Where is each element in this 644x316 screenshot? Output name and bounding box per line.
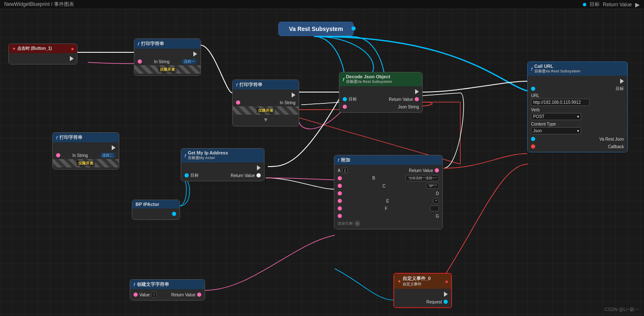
node-callurl[interactable]: f Call URL 目标是Va Rest Subsystem 目标 URL V…: [527, 62, 628, 152]
print3-instring-label: In String: [72, 153, 88, 158]
print2-instring-label: In String: [280, 100, 295, 105]
print2-f-icon: f: [236, 82, 238, 87]
decode-target-pin: [343, 97, 347, 101]
node-print1[interactable]: f 打印字符串 In String 流程一 仅限开发: [134, 39, 201, 76]
node-getip[interactable]: f Get My Ip Address 目标是My Actor 目标 Retur…: [181, 148, 264, 181]
callurl-exec-out: [620, 79, 624, 84]
append-g-label: G: [436, 214, 439, 218]
callurl-title: Call URL: [534, 64, 580, 69]
append-e-pin: [338, 199, 342, 203]
append-title: 附加: [341, 157, 350, 163]
return-value-label: Return Value: [603, 2, 632, 8]
append-c-label: C: [382, 184, 385, 188]
node-createtext[interactable]: f 创建文字字符串 Value ! Return Value: [130, 279, 205, 301]
callurl-url-input[interactable]: [531, 99, 590, 106]
decode-return-pin: [415, 97, 419, 101]
append-d-pin: [338, 191, 342, 195]
add-pin-row[interactable]: 添加引脚 +: [334, 220, 442, 227]
callurl-contenttype-chevron: ▾: [577, 128, 579, 133]
decode-jsonstring-label: Json String: [398, 105, 419, 109]
getip-subtitle: 目标是My Actor: [188, 155, 228, 161]
callurl-subtitle: 目标是Va Rest Subsystem: [534, 69, 580, 74]
print3-instring-pin: [56, 153, 60, 157]
print1-warning-stripe: 仅限开发: [134, 65, 200, 74]
customevent-icon: ✦: [398, 279, 401, 284]
breadcrumb: NewWidgetBlueprint / 事件图表: [4, 1, 74, 8]
append-return-pin: [435, 168, 439, 172]
callurl-contenttype-value: Json: [533, 128, 542, 133]
createtext-value-pin: [133, 293, 138, 297]
add-pin-label: 添加引脚: [338, 221, 353, 226]
print3-f-icon: f: [56, 135, 58, 140]
callurl-contenttype-label: Content Type: [531, 122, 624, 126]
target-dot-icon: [583, 3, 586, 6]
print1-title: 打印字符串: [141, 41, 164, 47]
print1-tag: 流程一: [182, 59, 197, 64]
callurl-verb-value: POST: [533, 114, 544, 119]
blueprint-canvas: Va Rest Subsystem ✦ 点击时 (Button_1) ■ f 打…: [0, 9, 644, 316]
callurl-verb-chevron: ▾: [577, 114, 579, 119]
decode-subtitle: 目标是Va Rest Subsystem: [346, 79, 392, 85]
callurl-verb-label: Verb: [531, 108, 624, 112]
callurl-url-section: URL: [528, 92, 627, 107]
decode-f-icon: f: [343, 77, 344, 82]
decode-target-label: 目标: [349, 96, 357, 102]
print1-f-icon: f: [138, 41, 139, 46]
createtext-return-label: Return Value: [171, 293, 195, 297]
click-icon: ✦: [12, 46, 15, 51]
callurl-verb-section: Verb POST ▾: [528, 107, 627, 121]
callurl-varestjson-label: Va Rest Json: [599, 137, 624, 141]
append-b-pin: [338, 176, 342, 180]
createtext-title: 创建文字字符串: [137, 281, 169, 288]
getip-title: Get My Ip Address: [188, 150, 228, 155]
decode-jsonstring-pin: [343, 105, 347, 109]
append-b-value: "当前流程":"流程一": [405, 175, 439, 181]
createtext-f-icon: f: [133, 282, 135, 287]
varest-title: Va Rest Subsystem: [282, 26, 350, 32]
node-print2[interactable]: f 打印字符串 In String 仅限开发 ▾: [232, 80, 299, 126]
print1-instring-label: In String: [154, 59, 169, 64]
createtext-return-pin: [197, 293, 201, 297]
print2-expand-icon: ▾: [233, 115, 299, 124]
customevent-request-label: Request: [426, 300, 442, 304]
getip-target-label: 目标: [190, 172, 199, 178]
bpipactor-title: BP IPActor: [136, 202, 159, 207]
append-return-label: Return Value: [409, 168, 433, 173]
bpipactor-out-pin: [172, 212, 176, 216]
node-decode[interactable]: f Decode Json Object 目标是Va Rest Subsyste…: [339, 72, 423, 113]
callurl-callback-label: Callback: [608, 144, 624, 149]
node-click[interactable]: ✦ 点击时 (Button_1) ■: [8, 44, 77, 64]
callurl-varestjson-pin: [531, 137, 535, 141]
click-red-icon: ■: [71, 46, 74, 51]
callurl-verb-dropdown[interactable]: POST ▾: [531, 113, 581, 120]
print2-title: 打印字符串: [239, 82, 262, 88]
click-exec-out: [70, 56, 74, 61]
node-customevent[interactable]: ✦ 自定义事件_0 自定义事件 ■ Request: [393, 273, 452, 308]
node-print3[interactable]: f 打印字符串 In String 流程二 仅限开发: [52, 132, 119, 170]
append-e-value: *: [433, 198, 439, 204]
append-c-pin: [338, 184, 342, 188]
click-title: 点击时 (Button_1): [17, 46, 52, 51]
node-bpipactor[interactable]: BP IPActor: [132, 200, 180, 220]
createtext-value-label: Value: [139, 293, 150, 297]
getip-return-pin: [257, 173, 261, 177]
watermark: CSDN @Li~蒙一: [605, 306, 639, 313]
print1-warning-text: 仅限开发: [158, 67, 177, 72]
expand-icon: ▶: [635, 1, 640, 8]
decode-title: Decode Json Object: [346, 74, 392, 79]
callurl-contenttype-section: Content Type Json ▾: [528, 121, 627, 135]
append-e-label: E: [386, 199, 389, 203]
callurl-contenttype-dropdown[interactable]: Json ▾: [531, 127, 581, 134]
print2-warning-text: 仅限开发: [257, 108, 275, 113]
target-label: 目标: [590, 1, 600, 8]
top-bar: NewWidgetBlueprint / 事件图表 目标 Return Valu…: [0, 0, 644, 9]
node-varest[interactable]: Va Rest Subsystem: [278, 22, 354, 36]
print1-exec-out: [193, 51, 197, 57]
print3-warning-stripe: 仅限开发: [53, 159, 119, 167]
customevent-subtitle: 自定义事件: [403, 282, 431, 287]
print3-tag: 流程二: [100, 153, 115, 158]
decode-exec-out: [415, 89, 419, 94]
node-append[interactable]: f 附加 A { Return Value B "当前流程":"流程一" C "…: [334, 155, 443, 229]
print2-instring-pin: [236, 100, 240, 105]
callurl-target-label: 目标: [616, 86, 624, 92]
